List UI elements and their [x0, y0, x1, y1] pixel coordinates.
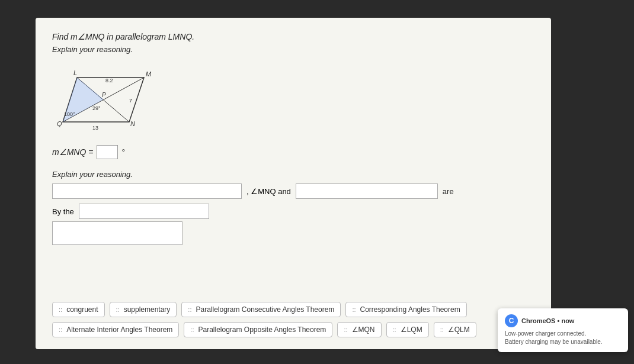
notif-header: C ChromeOS • now: [505, 314, 621, 327]
chip-supplementary[interactable]: :: supplementary: [110, 302, 177, 317]
svg-text:M: M: [146, 70, 152, 78]
drag-icon-congruent: ::: [59, 306, 62, 313]
drag-icon-consecutive: ::: [188, 306, 191, 313]
chip-alternate-interior[interactable]: :: Alternate Interior Angles Theorem: [52, 322, 179, 337]
drag-icon-opposite: ::: [190, 326, 194, 333]
drag-icon-qlm: ::: [440, 326, 444, 333]
blank-angle-1[interactable]: [52, 183, 242, 199]
chip-parallelogram-opposite[interactable]: :: Parallelogram Opposite Angles Theorem: [184, 322, 332, 337]
chip-parallelogram-consecutive[interactable]: :: Parallelogram Consecutive Angles Theo…: [181, 302, 341, 317]
by-the-row: By the: [52, 204, 534, 219]
chip-angle-mqn[interactable]: :: ∠MQN: [337, 322, 381, 337]
svg-text:Q: Q: [57, 120, 62, 127]
drag-icon-mqn: ::: [344, 326, 347, 333]
chip-supplementary-label: supplementary: [124, 305, 171, 314]
chip-lqm-label: ∠LQM: [401, 326, 422, 334]
chip-consecutive-label: Parallelogram Consecutive Angles Theorem: [196, 305, 334, 314]
explain-section-label: Explain your reasoning.: [52, 170, 534, 179]
svg-text:13: 13: [92, 125, 98, 131]
main-panel: Find m∠MNQ in parallelogram LMNQ. Explai…: [36, 18, 551, 349]
chip-congruent-label: congruent: [66, 305, 98, 314]
svg-text:29°: 29°: [92, 105, 101, 111]
chip-corresponding-angles[interactable]: :: Corresponding Angles Theorem: [345, 302, 466, 317]
answer-row: m∠MNQ = °: [52, 145, 534, 159]
by-the-input[interactable]: [79, 204, 209, 219]
reasoning-row-1: , ∠MNQ and are: [52, 183, 534, 199]
chip-alternate-label: Alternate Interior Angles Theorem: [66, 326, 172, 334]
by-the-label: By the: [52, 207, 74, 216]
notif-line1: Low-power charger connected.: [505, 330, 621, 338]
problem-title: Find m∠MNQ in parallelogram LMNQ.: [52, 32, 534, 41]
chip-qlm-label: ∠QLM: [448, 326, 470, 334]
answer-input-box[interactable]: [97, 145, 118, 159]
notif-title: ChromeOS • now: [521, 317, 574, 324]
are-label: are: [443, 187, 454, 196]
chip-mqn-label: ∠MQN: [352, 326, 375, 334]
large-blank-box[interactable]: [52, 221, 182, 245]
chip-opposite-label: Parallelogram Opposite Angles Theorem: [198, 326, 326, 334]
answer-label: m∠MNQ =: [52, 147, 93, 157]
diagram-area: L M N Q P 100° 29° 8.2 7 13: [52, 60, 159, 137]
drag-items-area: :: congruent :: supplementary :: Paralle…: [36, 302, 551, 337]
notif-line2: Battery charging may be unavailable.: [505, 338, 621, 346]
notification-popup: C ChromeOS • now Low-power charger conne…: [498, 308, 628, 352]
svg-text:8.2: 8.2: [105, 78, 113, 83]
svg-text:P: P: [102, 92, 106, 98]
blank-angle-2[interactable]: [296, 183, 438, 199]
chip-angle-lqm[interactable]: :: ∠LQM: [386, 322, 429, 337]
drag-icon-corresponding: ::: [352, 306, 356, 313]
drag-icon-alternate: ::: [59, 326, 62, 333]
svg-text:L: L: [73, 69, 77, 76]
notif-chrome-icon: C: [505, 314, 518, 327]
explain-label-top: Explain your reasoning.: [52, 45, 534, 54]
svg-text:7: 7: [129, 98, 132, 104]
degree-symbol: °: [121, 147, 125, 157]
drag-icon-lqm: ::: [393, 326, 396, 333]
chip-angle-qlm[interactable]: :: ∠QLM: [434, 322, 476, 337]
chip-corresponding-label: Corresponding Angles Theorem: [360, 305, 460, 314]
angle-mnq-label: , ∠MNQ and: [246, 187, 291, 196]
chip-congruent[interactable]: :: congruent: [52, 302, 105, 317]
svg-text:N: N: [130, 120, 135, 127]
svg-text:100°: 100°: [64, 111, 75, 117]
drag-icon-supplementary: ::: [116, 306, 120, 313]
